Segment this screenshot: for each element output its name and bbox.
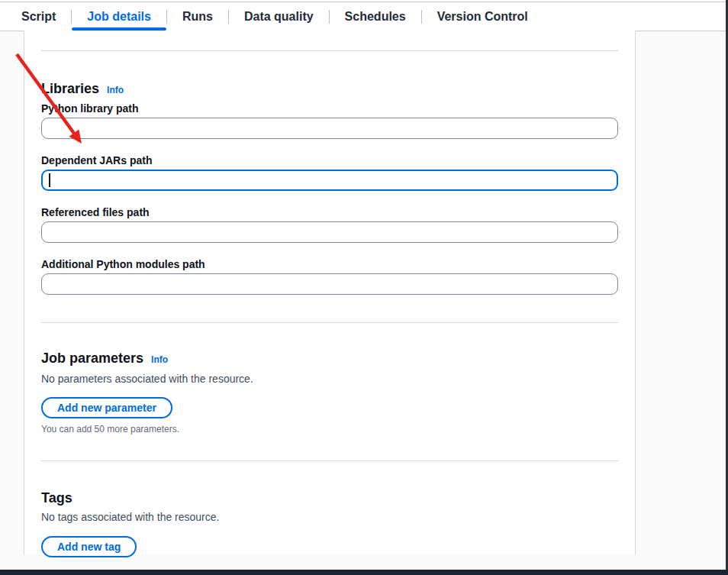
- tab-version-control[interactable]: Version Control: [422, 2, 543, 31]
- section-divider: [41, 460, 618, 461]
- additional-python-modules-path-field: [41, 273, 618, 295]
- referenced-files-path-input[interactable]: [41, 221, 618, 243]
- window-bottom-edge: [0, 570, 728, 575]
- libraries-section-header: Libraries Info: [41, 80, 618, 99]
- job-tab-bar: Script Job details Runs Data quality Sch…: [0, 2, 728, 31]
- referenced-files-path-field: [41, 221, 618, 243]
- tags-empty-message: No tags associated with the resource.: [41, 510, 618, 524]
- add-new-parameter-button[interactable]: Add new parameter: [41, 397, 172, 418]
- tab-script[interactable]: Script: [6, 2, 71, 31]
- job-details-panel: Libraries Info Python library path Depen…: [24, 31, 636, 555]
- section-divider: [41, 322, 618, 323]
- referenced-files-path-label: Referenced files path: [41, 205, 618, 219]
- section-divider: [41, 50, 618, 51]
- add-new-tag-button[interactable]: Add new tag: [41, 536, 137, 557]
- tags-heading: Tags: [41, 489, 72, 506]
- tab-data-quality[interactable]: Data quality: [229, 2, 329, 31]
- dependent-jars-path-input[interactable]: [41, 170, 618, 191]
- job-parameters-hint: You can add 50 more parameters.: [41, 423, 618, 435]
- python-library-path-label: Python library path: [41, 102, 618, 115]
- tags-section-header: Tags: [41, 489, 618, 506]
- additional-python-modules-path-label: Additional Python modules path: [41, 257, 618, 271]
- tab-job-details[interactable]: Job details: [72, 2, 166, 31]
- python-library-path-field: [41, 118, 618, 139]
- libraries-heading: Libraries: [41, 80, 99, 97]
- python-library-path-input[interactable]: [41, 118, 618, 139]
- libraries-info-link[interactable]: Info: [107, 82, 124, 99]
- tab-schedules[interactable]: Schedules: [330, 2, 421, 31]
- job-parameters-info-link[interactable]: Info: [151, 351, 168, 368]
- tab-runs[interactable]: Runs: [167, 2, 228, 31]
- job-parameters-heading: Job parameters: [41, 350, 143, 367]
- job-parameters-section-header: Job parameters Info: [41, 350, 618, 368]
- additional-python-modules-path-input[interactable]: [41, 273, 618, 295]
- job-parameters-empty-message: No parameters associated with the resour…: [41, 372, 618, 386]
- glue-job-details-screen: Script Job details Runs Data quality Sch…: [0, 0, 728, 575]
- dependent-jars-path-field: [41, 170, 618, 191]
- dependent-jars-path-label: Dependent JARs path: [41, 153, 618, 167]
